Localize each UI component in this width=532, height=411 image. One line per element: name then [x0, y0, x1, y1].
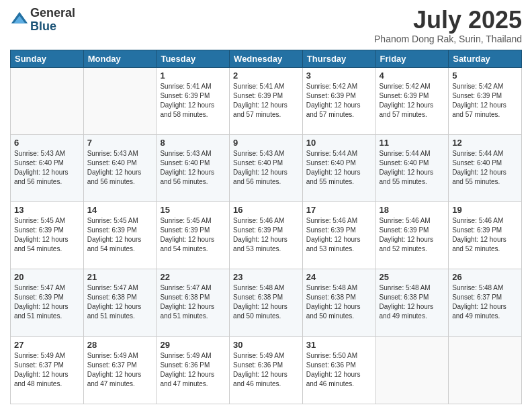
day-info: Sunrise: 5:46 AM Sunset: 6:39 PM Dayligh… [306, 216, 372, 254]
calendar-cell: 18Sunrise: 5:46 AM Sunset: 6:39 PM Dayli… [375, 202, 449, 269]
day-info: Sunrise: 5:42 AM Sunset: 6:39 PM Dayligh… [306, 82, 372, 120]
day-number: 30 [233, 340, 299, 350]
day-info: Sunrise: 5:42 AM Sunset: 6:39 PM Dayligh… [452, 82, 518, 120]
calendar-cell: 5Sunrise: 5:42 AM Sunset: 6:39 PM Daylig… [449, 67, 522, 134]
day-number: 20 [14, 272, 80, 282]
day-info: Sunrise: 5:45 AM Sunset: 6:39 PM Dayligh… [87, 216, 153, 254]
day-info: Sunrise: 5:44 AM Sunset: 6:40 PM Dayligh… [306, 149, 372, 187]
calendar-cell: 28Sunrise: 5:49 AM Sunset: 6:37 PM Dayli… [83, 336, 157, 404]
calendar-header-sunday: Sunday [11, 50, 84, 67]
calendar-cell: 4Sunrise: 5:42 AM Sunset: 6:39 PM Daylig… [375, 67, 449, 134]
day-info: Sunrise: 5:49 AM Sunset: 6:37 PM Dayligh… [14, 351, 80, 389]
day-number: 9 [233, 138, 299, 148]
calendar-cell: 2Sunrise: 5:41 AM Sunset: 6:39 PM Daylig… [230, 67, 303, 134]
day-number: 1 [160, 71, 226, 81]
calendar-cell [375, 336, 449, 404]
day-number: 25 [380, 272, 445, 282]
calendar-cell: 25Sunrise: 5:48 AM Sunset: 6:38 PM Dayli… [375, 269, 449, 336]
calendar-cell: 21Sunrise: 5:47 AM Sunset: 6:38 PM Dayli… [83, 269, 157, 336]
day-info: Sunrise: 5:46 AM Sunset: 6:39 PM Dayligh… [452, 216, 518, 254]
day-number: 22 [160, 272, 226, 282]
calendar-cell: 22Sunrise: 5:47 AM Sunset: 6:38 PM Dayli… [157, 269, 230, 336]
day-info: Sunrise: 5:48 AM Sunset: 6:38 PM Dayligh… [306, 283, 372, 321]
header: General Blue July 2025 Phanom Dong Rak, … [10, 7, 522, 44]
day-info: Sunrise: 5:42 AM Sunset: 6:39 PM Dayligh… [380, 82, 445, 120]
day-number: 13 [14, 205, 80, 215]
calendar-cell: 26Sunrise: 5:48 AM Sunset: 6:37 PM Dayli… [449, 269, 522, 336]
day-info: Sunrise: 5:49 AM Sunset: 6:37 PM Dayligh… [87, 351, 153, 389]
calendar-cell [11, 67, 84, 134]
calendar-week-row: 6Sunrise: 5:43 AM Sunset: 6:40 PM Daylig… [11, 134, 522, 201]
day-info: Sunrise: 5:47 AM Sunset: 6:39 PM Dayligh… [14, 283, 80, 321]
subtitle: Phanom Dong Rak, Surin, Thailand [374, 34, 522, 44]
calendar-header-wednesday: Wednesday [230, 50, 303, 67]
day-info: Sunrise: 5:47 AM Sunset: 6:38 PM Dayligh… [87, 283, 153, 321]
day-info: Sunrise: 5:44 AM Sunset: 6:40 PM Dayligh… [452, 149, 518, 187]
calendar-cell: 12Sunrise: 5:44 AM Sunset: 6:40 PM Dayli… [449, 134, 522, 201]
calendar-cell [83, 67, 157, 134]
page: General Blue July 2025 Phanom Dong Rak, … [0, 0, 532, 411]
calendar-header-monday: Monday [83, 50, 157, 67]
day-info: Sunrise: 5:46 AM Sunset: 6:39 PM Dayligh… [380, 216, 445, 254]
day-info: Sunrise: 5:48 AM Sunset: 6:38 PM Dayligh… [380, 283, 445, 321]
day-info: Sunrise: 5:44 AM Sunset: 6:40 PM Dayligh… [380, 149, 445, 187]
day-number: 17 [306, 205, 372, 215]
day-number: 5 [452, 71, 518, 81]
calendar-cell: 20Sunrise: 5:47 AM Sunset: 6:39 PM Dayli… [11, 269, 84, 336]
calendar-week-row: 13Sunrise: 5:45 AM Sunset: 6:39 PM Dayli… [11, 202, 522, 269]
calendar-cell: 31Sunrise: 5:50 AM Sunset: 6:36 PM Dayli… [302, 336, 375, 404]
calendar-cell [449, 336, 522, 404]
day-number: 29 [160, 340, 226, 350]
calendar-cell: 10Sunrise: 5:44 AM Sunset: 6:40 PM Dayli… [302, 134, 375, 201]
calendar-week-row: 20Sunrise: 5:47 AM Sunset: 6:39 PM Dayli… [11, 269, 522, 336]
calendar-cell: 15Sunrise: 5:45 AM Sunset: 6:39 PM Dayli… [157, 202, 230, 269]
calendar-header-tuesday: Tuesday [157, 50, 230, 67]
day-info: Sunrise: 5:43 AM Sunset: 6:40 PM Dayligh… [14, 149, 80, 187]
day-number: 28 [87, 340, 153, 350]
calendar-cell: 23Sunrise: 5:48 AM Sunset: 6:38 PM Dayli… [230, 269, 303, 336]
calendar-cell: 6Sunrise: 5:43 AM Sunset: 6:40 PM Daylig… [11, 134, 84, 201]
day-number: 3 [306, 71, 372, 81]
calendar-cell: 19Sunrise: 5:46 AM Sunset: 6:39 PM Dayli… [449, 202, 522, 269]
day-number: 11 [380, 138, 445, 148]
day-number: 26 [452, 272, 518, 282]
calendar-cell: 16Sunrise: 5:46 AM Sunset: 6:39 PM Dayli… [230, 202, 303, 269]
day-info: Sunrise: 5:41 AM Sunset: 6:39 PM Dayligh… [160, 82, 226, 120]
calendar-cell: 9Sunrise: 5:43 AM Sunset: 6:40 PM Daylig… [230, 134, 303, 201]
calendar-cell: 13Sunrise: 5:45 AM Sunset: 6:39 PM Dayli… [11, 202, 84, 269]
calendar-cell: 30Sunrise: 5:49 AM Sunset: 6:36 PM Dayli… [230, 336, 303, 404]
logo: General Blue [10, 7, 75, 34]
calendar-header-row: SundayMondayTuesdayWednesdayThursdayFrid… [11, 50, 522, 67]
day-info: Sunrise: 5:48 AM Sunset: 6:37 PM Dayligh… [452, 283, 518, 321]
calendar-cell: 17Sunrise: 5:46 AM Sunset: 6:39 PM Dayli… [302, 202, 375, 269]
day-info: Sunrise: 5:50 AM Sunset: 6:36 PM Dayligh… [306, 351, 372, 389]
day-info: Sunrise: 5:48 AM Sunset: 6:38 PM Dayligh… [233, 283, 299, 321]
day-number: 24 [306, 272, 372, 282]
calendar-header-thursday: Thursday [302, 50, 375, 67]
calendar-cell: 7Sunrise: 5:43 AM Sunset: 6:40 PM Daylig… [83, 134, 157, 201]
day-number: 14 [87, 205, 153, 215]
day-number: 8 [160, 138, 226, 148]
calendar-cell: 24Sunrise: 5:48 AM Sunset: 6:38 PM Dayli… [302, 269, 375, 336]
logo-blue: Blue [30, 20, 75, 34]
logo-general: General [30, 7, 75, 20]
calendar-cell: 27Sunrise: 5:49 AM Sunset: 6:37 PM Dayli… [11, 336, 84, 404]
day-number: 31 [306, 340, 372, 350]
calendar-table: SundayMondayTuesdayWednesdayThursdayFrid… [10, 50, 522, 404]
main-title: July 2025 [374, 7, 522, 34]
day-number: 27 [14, 340, 80, 350]
logo-text: General Blue [30, 7, 75, 34]
day-info: Sunrise: 5:47 AM Sunset: 6:38 PM Dayligh… [160, 283, 226, 321]
day-number: 15 [160, 205, 226, 215]
day-number: 18 [380, 205, 445, 215]
day-info: Sunrise: 5:43 AM Sunset: 6:40 PM Dayligh… [160, 149, 226, 187]
calendar-cell: 3Sunrise: 5:42 AM Sunset: 6:39 PM Daylig… [302, 67, 375, 134]
logo-icon [10, 11, 29, 30]
calendar-header-saturday: Saturday [449, 50, 522, 67]
day-info: Sunrise: 5:49 AM Sunset: 6:36 PM Dayligh… [160, 351, 226, 389]
calendar-cell: 11Sunrise: 5:44 AM Sunset: 6:40 PM Dayli… [375, 134, 449, 201]
day-number: 12 [452, 138, 518, 148]
day-number: 16 [233, 205, 299, 215]
day-info: Sunrise: 5:46 AM Sunset: 6:39 PM Dayligh… [233, 216, 299, 254]
day-number: 19 [452, 205, 518, 215]
